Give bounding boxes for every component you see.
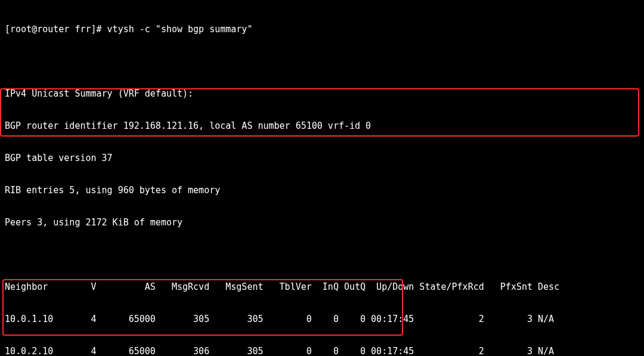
summary-peers: Peers 3, using 2172 KiB of memory (5, 217, 639, 228)
summary-router-id: BGP router identifier 192.168.121.16, lo… (5, 120, 639, 131)
summary-title: IPv4 Unicast Summary (VRF default): (5, 88, 639, 99)
terminal-window[interactable]: [root@router frr]# vtysh -c "show bgp su… (0, 0, 644, 356)
prompt-show-bgp-summary: [root@router frr]# vtysh -c "show bgp su… (5, 24, 639, 35)
summary-rib-entries: RIB entries 5, using 960 bytes of memory (5, 185, 639, 196)
summary-table-version: BGP table version 37 (5, 153, 639, 163)
blank-line (5, 56, 639, 67)
neighbor-table-header: Neighbor V AS MsgRcvd MsgSent TblVer InQ… (5, 281, 639, 292)
neighbor-row: 10.0.2.10 4 65000 306 305 0 0 0 00:17:45… (5, 346, 639, 356)
blank-line (5, 249, 639, 260)
neighbor-row: 10.0.1.10 4 65000 305 305 0 0 0 00:17:45… (5, 314, 639, 324)
